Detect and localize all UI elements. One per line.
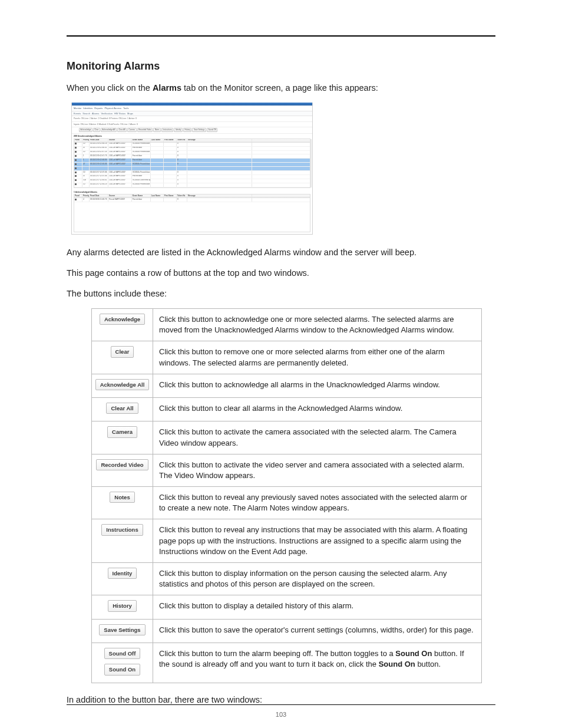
tab-physical-access: Physical Access [104, 107, 121, 110]
shot-btn-identity: Identity [174, 128, 183, 132]
shot-unack-label: 200 Unacknowledged Alarms [72, 134, 312, 138]
subtab-events: Events [74, 112, 81, 115]
button-description: Click this button to clear all alarms in… [153, 398, 482, 421]
button-description: Click this button to activate the video … [153, 454, 482, 486]
shot-btn-clear-all: Clear All [117, 128, 127, 132]
table-row: 4705/10/12 09:12:49.061501-dr BAPIO-0007… [74, 163, 310, 167]
col-source: Source [108, 139, 132, 142]
col-message: Message [187, 195, 252, 197]
table-row: 105/10/12 09:12:48.891501-dr BAPIO-0007F… [74, 159, 310, 163]
shot-btn-instructions: Instructions [161, 128, 173, 132]
para-buttons-intro: The buttons include these: [67, 288, 495, 300]
ui-button-clear-all: Clear All [106, 403, 138, 414]
table-row: 10005/10/12 07:12:49.011501-dr BAPIO-000… [74, 179, 310, 183]
alarms-screenshot: Monitor Identities Reports Physical Acce… [71, 103, 313, 235]
table-row [74, 167, 310, 171]
button-description: Click this button to remove one or more … [153, 341, 482, 374]
intro-after: tab on the Monitor screen, a page like t… [181, 83, 378, 93]
para-layout: This page contains a row of buttons at t… [67, 267, 495, 279]
button-cell: Identity [92, 563, 153, 595]
table-row: 1005/10/12 09:12:47.531501-dr BAPIO-0007… [74, 151, 310, 155]
col-event-name: Event Name [132, 139, 151, 142]
table-row: 4705/10/12 09:12:46.411501-dr BAPIO-0007… [74, 147, 310, 151]
shot-btn-history: History [183, 128, 191, 132]
button-cell: Sound OffSound On [92, 643, 153, 683]
col-panel: Panel [74, 139, 82, 142]
intro-before: When you click on the [67, 83, 153, 93]
subtab-verification: Verification [101, 112, 113, 115]
tab-reports: Reports [94, 107, 103, 110]
para-detected: Any alarms detected are listed in the Ac… [67, 246, 495, 259]
shot-btn-acknowledge: Acknowledge [79, 128, 92, 132]
table-row: 1005/10/12 07:12:49.291501-dr BAPIO-0007… [74, 183, 310, 187]
col-token-no: Token No [177, 195, 187, 197]
top-rule [67, 35, 495, 37]
col-last-name: Last Name [151, 195, 164, 197]
col-first-name: First Name [164, 195, 177, 197]
col-event-name: Event Name [132, 195, 151, 197]
shot-btn-acknowledge-all: Acknowledge All [101, 128, 117, 132]
shot-btn-camera: Camera [127, 128, 137, 132]
table-row: 1005/10/12 07:12:07.061501-dr BAPIO-0007… [74, 171, 310, 175]
shot-btn-save-settings: Save Settings [192, 128, 206, 132]
table-row: 405/10/18 06:11:40.76First-dr BAPIO-0007… [74, 198, 310, 202]
col-panel-date: Panel Date [90, 139, 108, 142]
button-cell: Notes [92, 487, 153, 519]
button-cell: Save Settings [92, 619, 153, 643]
tab-identities: Identities [83, 107, 92, 110]
col-panel: Panel [74, 195, 82, 197]
shot-btn-notes: Notes [153, 128, 161, 132]
shot-button-row: Acknowledge Clear Acknowledge All Clear … [72, 127, 312, 134]
bottom-rule [67, 704, 495, 705]
shot-btn-recorded-video: Recorded Video [137, 128, 153, 132]
intro-bold: Alarms [153, 83, 181, 93]
page-number: 103 [0, 711, 562, 718]
col-source: Source [108, 195, 132, 197]
button-cell: History [92, 595, 153, 619]
table-row: 1005/10/12 09:12:46.181501-dr BAPIO-0007… [74, 143, 310, 147]
ui-button-identity: Identity [108, 568, 137, 579]
intro-paragraph: When you click on the Alarms tab on the … [67, 82, 495, 94]
ui-button-acknowledge-all: Acknowledge All [95, 379, 150, 390]
subtab-search: Search [82, 112, 90, 115]
button-description: Click this button to display information… [153, 563, 482, 595]
shot-btn-sound-off: Sound Off [207, 128, 217, 132]
ui-button-sound-off: Sound Off [104, 648, 141, 659]
ui-button-sound-on: Sound On [104, 664, 140, 675]
shot-status-line2: Inputs: Off-Line: 0 Active: 0 Masked: 0 … [72, 122, 312, 128]
col-priority: Priority [82, 195, 90, 197]
ui-button-notes: Notes [110, 492, 134, 503]
col-last-name: Last Name [151, 139, 164, 142]
shot-unack-grid: Panel Priority Panel Date Source Event N… [74, 139, 310, 188]
button-cell: Clear [92, 341, 153, 374]
shot-top-tabs: Monitor Identities Reports Physical Acce… [72, 106, 312, 111]
ui-button-camera: Camera [107, 426, 137, 437]
page-title: Monitoring Alarms [67, 60, 495, 73]
col-priority: Priority [82, 139, 90, 142]
button-cell: Acknowledge All [92, 374, 153, 397]
col-first-name: First Name [164, 139, 177, 142]
shot-btn-clear: Clear [93, 128, 100, 132]
subtab-maps: Maps [127, 112, 133, 115]
ui-button-recorded-video: Recorded Video [96, 459, 148, 470]
ui-button-acknowledge: Acknowledge [100, 314, 145, 325]
table-row: 4705/10/12 07:12:07.461501-dr BAPIO-0007… [74, 175, 310, 179]
button-description: Click this button to acknowledge all ala… [153, 374, 482, 397]
col-message: Message [187, 139, 252, 142]
subtab-hwstatus: HW Status [114, 112, 125, 115]
ui-button-save-settings: Save Settings [99, 624, 145, 635]
col-panel-date: Panel Date [90, 195, 108, 197]
ui-button-instructions: Instructions [101, 524, 143, 535]
button-description: Click this button to activate the camera… [153, 421, 482, 454]
ui-button-clear: Clear [111, 346, 134, 357]
button-cell: Camera [92, 421, 153, 454]
buttons-definition-table: AcknowledgeClick this button to acknowle… [91, 308, 482, 683]
button-cell: Instructions [92, 519, 153, 563]
shot-sub-tabs: Events Search Alarms Verification HW Sta… [72, 111, 312, 116]
table-row: 105/10/12 09:12:47.731501-dr BAPIO-0007F… [74, 154, 310, 159]
subtab-alarms: Alarms [92, 112, 99, 115]
shot-ack-label: 1 Acknowledged Alarms [72, 190, 312, 194]
button-cell: Recorded Video [92, 454, 153, 486]
button-cell: Clear All [92, 398, 153, 421]
button-cell: Acknowledge [92, 308, 153, 341]
